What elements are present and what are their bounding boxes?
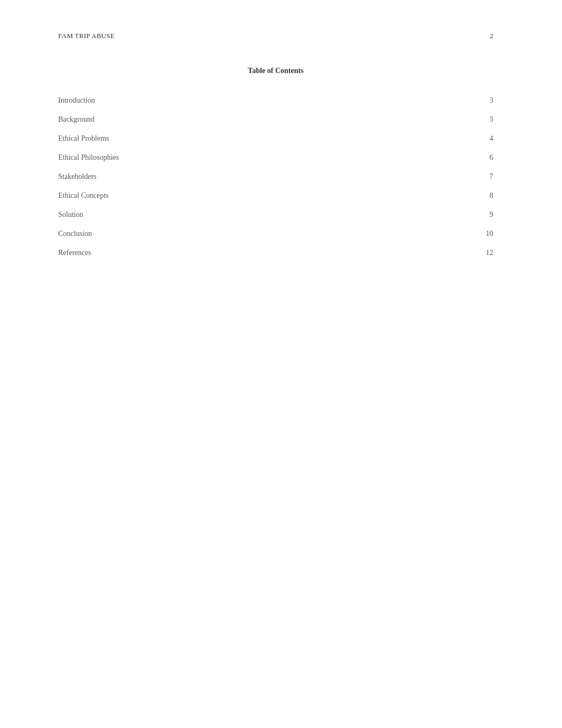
toc-entry-label: References (58, 249, 91, 257)
toc-entry-page: 9 (483, 211, 493, 219)
toc-entry: Background3 (58, 110, 493, 129)
toc-entry: Introduction3 (58, 91, 493, 110)
toc-entry-page: 3 (483, 96, 493, 105)
toc-entry-page: 6 (483, 153, 493, 162)
toc-heading: Table of Contents (58, 67, 493, 75)
toc-entry: Solution9 (58, 205, 493, 224)
toc-entry-label: Solution (58, 211, 83, 219)
toc-entry-label: Background (58, 115, 94, 124)
toc-entry-label: Ethical Problems (58, 134, 109, 143)
toc-entry-label: Ethical Concepts (58, 192, 108, 200)
toc-entry: Ethical Concepts8 (58, 186, 493, 205)
toc-entry-label: Stakeholders (58, 172, 96, 181)
toc-entry-page: 8 (483, 192, 493, 200)
toc-entry-page: 10 (483, 230, 493, 238)
page-header: FAM TRIP ABUSE 2 (58, 32, 493, 40)
toc-entry-label: Introduction (58, 96, 95, 105)
document-title: FAM TRIP ABUSE (58, 32, 115, 40)
toc-entry-label: Ethical Philosophies (58, 153, 119, 162)
page: FAM TRIP ABUSE 2 Table of Contents Intro… (0, 0, 562, 728)
page-number: 2 (490, 32, 494, 40)
toc-entries: Introduction3Background3Ethical Problems… (58, 91, 493, 262)
toc-entry: Ethical Problems4 (58, 129, 493, 148)
toc-entry-page: 4 (483, 134, 493, 143)
toc-entry-page: 7 (483, 172, 493, 181)
toc-entry-label: Conclusion (58, 230, 92, 238)
toc-entry: Ethical Philosophies6 (58, 148, 493, 167)
toc-entry-page: 3 (483, 115, 493, 124)
toc-entry: References12 (58, 243, 493, 262)
toc-entry: Conclusion10 (58, 224, 493, 243)
toc-entry: Stakeholders7 (58, 167, 493, 186)
toc-entry-page: 12 (483, 249, 493, 257)
